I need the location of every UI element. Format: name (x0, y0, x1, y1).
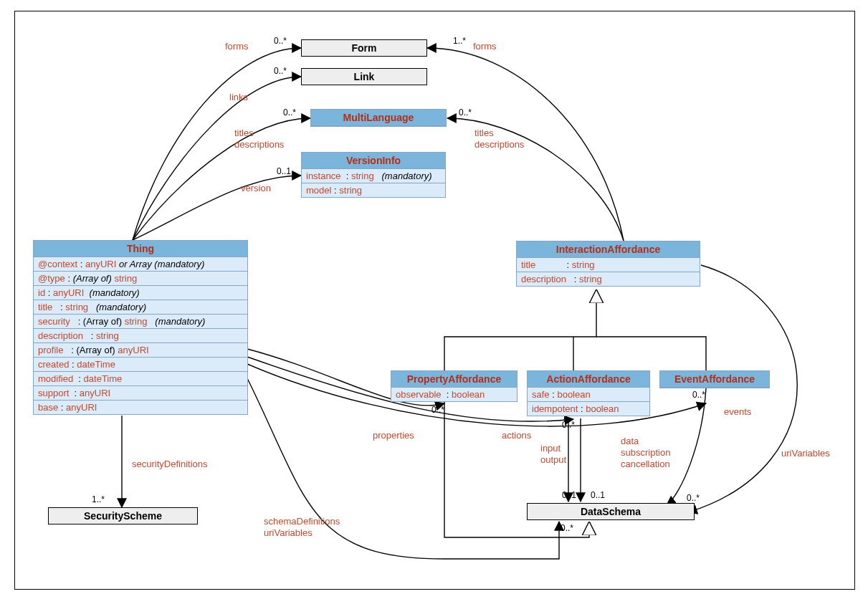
mul-pa: 0..* (431, 405, 444, 415)
mul-ds-in: 0..1 (562, 490, 576, 500)
mul-form-left: 0..* (274, 36, 287, 46)
lbl-titles-left: titles (234, 128, 254, 138)
mul-ml-right: 0..* (459, 107, 472, 118)
lbl-cancel: cancellation (621, 459, 670, 469)
mul-ds-schemadef: 0..* (561, 523, 573, 533)
lbl-sub: subscription (621, 447, 670, 458)
mul-form-right: 1..* (453, 36, 466, 46)
class-actionaffordance: ActionAffordance safe : boolean idempote… (527, 370, 650, 416)
lbl-actions: actions (502, 430, 531, 441)
lbl-input: input (540, 443, 561, 454)
mul-aa: 0..* (562, 420, 575, 430)
lbl-version: version (241, 183, 271, 193)
mul-ml-left: 0..* (283, 107, 296, 118)
uml-diagram: Form Link SecurityScheme DataSchema Mult… (0, 0, 868, 599)
mul-ds-out: 0..1 (591, 490, 605, 500)
mul-sec: 1..* (92, 494, 105, 504)
class-eventaffordance: EventAffordance (659, 370, 770, 388)
lbl-desc-right: descriptions (474, 139, 524, 150)
class-propertyaffordance: PropertyAffordance observable : boolean (391, 370, 518, 402)
lbl-schemadef: schemaDefinitions (264, 516, 340, 527)
lbl-secdef: securityDefinitions (132, 459, 208, 469)
lbl-urivars-left: uriVariables (264, 527, 313, 538)
lbl-properties: properties (373, 430, 414, 441)
lbl-output: output (540, 454, 566, 465)
lbl-links: links (229, 92, 248, 102)
class-interactionaffordance: InteractionAffordance title : string des… (516, 241, 700, 287)
class-form: Form (301, 39, 427, 57)
class-dataschema: DataSchema (527, 503, 695, 520)
class-versioninfo: VersionInfo instance : string (mandatory… (301, 152, 446, 198)
class-thing: Thing @context : anyURI or Array (mandat… (33, 240, 248, 415)
lbl-forms-left: forms (225, 41, 249, 52)
lbl-events: events (724, 406, 751, 417)
mul-link: 0..* (274, 66, 287, 76)
lbl-urivars-right: uriVariables (781, 448, 830, 459)
mul-ds-ea: 0..* (687, 493, 700, 503)
class-multilanguage: MultiLanguage (310, 109, 447, 127)
class-securityscheme: SecurityScheme (48, 507, 198, 524)
mul-version: 0..1 (277, 166, 291, 176)
class-link: Link (301, 68, 427, 85)
lbl-titles-right: titles (474, 128, 494, 138)
lbl-data: data (621, 436, 639, 446)
lbl-desc-left: descriptions (234, 139, 284, 150)
mul-ea: 0..* (692, 390, 705, 400)
lbl-forms-right: forms (473, 41, 497, 52)
